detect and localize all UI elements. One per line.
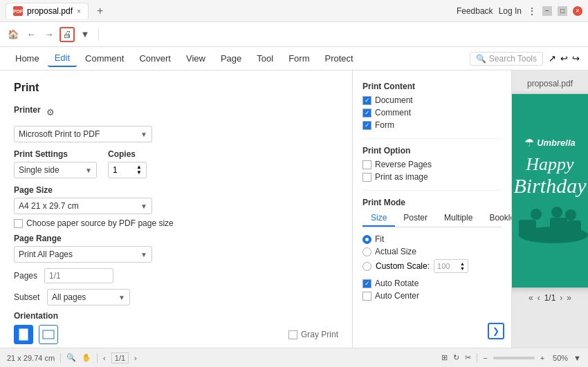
zoom-level: 50%	[553, 354, 568, 362]
print-option-section: Print Option Reverse Pages Print as imag…	[362, 146, 502, 182]
hand-tool-icon[interactable]: ✋	[82, 353, 91, 362]
custom-scale-row: Custom Scale: 100 ▲ ▼	[362, 259, 502, 273]
form-checkbox[interactable]	[362, 121, 371, 130]
svg-point-4	[565, 209, 576, 220]
mode-tab-booklet[interactable]: Booklet	[481, 210, 512, 227]
gear-icon[interactable]: ⚙	[46, 107, 55, 117]
page-size-select[interactable]: A4 21 x 29.7 cm ▼	[14, 198, 152, 214]
menu-view[interactable]: View	[179, 50, 212, 66]
search-tools-box[interactable]: 🔍 Search Tools	[470, 52, 543, 66]
auto-center-checkbox[interactable]	[362, 292, 371, 301]
menu-form[interactable]: Form	[282, 50, 316, 66]
document-label: Document	[375, 95, 413, 105]
print-as-image-label: Print as image	[375, 172, 428, 182]
svg-rect-1	[43, 330, 54, 339]
crop-icon[interactable]: ✂	[465, 353, 471, 362]
svg-rect-7	[550, 218, 567, 237]
custom-scale-radio[interactable]	[362, 262, 371, 271]
tab-close-button[interactable]: ×	[77, 8, 81, 15]
scale-down[interactable]: ▼	[460, 266, 465, 271]
menu-tool[interactable]: Tool	[250, 50, 280, 66]
scale-input-box[interactable]: 100 ▲ ▼	[434, 259, 468, 273]
forward-icon[interactable]: →	[42, 27, 57, 42]
print-settings-label: Print Settings	[14, 149, 97, 159]
scale-value: 100	[437, 262, 450, 270]
next-page-button[interactable]: ›	[560, 293, 562, 303]
reverse-pages-checkbox[interactable]	[362, 160, 371, 169]
last-page-button[interactable]: »	[567, 293, 571, 303]
menu-convert[interactable]: Convert	[132, 50, 178, 66]
back-icon[interactable]: ←	[24, 27, 39, 42]
zoom-slider[interactable]	[493, 357, 535, 359]
home-icon[interactable]: 🏠	[6, 27, 21, 42]
subset-label: Subset	[14, 292, 42, 302]
fit-radio[interactable]	[362, 235, 371, 244]
menu-edit[interactable]: Edit	[48, 50, 77, 67]
divider1	[362, 138, 502, 139]
status-sep1	[60, 353, 61, 363]
printer-select-row: Microsoft Print to PDF ▼	[14, 126, 338, 142]
prev-page-button[interactable]: ‹	[538, 293, 540, 303]
external-link-icon[interactable]: ↗	[549, 53, 556, 64]
nav-toggle-button[interactable]: ❯	[488, 323, 504, 339]
document-checkbox[interactable]	[362, 96, 371, 105]
copies-input[interactable]: 1 ▲ ▼	[108, 162, 147, 178]
page-range-select[interactable]: Print All Pages ▼	[14, 246, 152, 263]
paper-source-checkbox[interactable]	[14, 219, 23, 228]
close-button[interactable]: ×	[573, 6, 582, 16]
print-dialog: Print Printer ⚙ Microsoft Print to PDF ▼…	[0, 70, 353, 348]
actual-size-row: Actual Size	[362, 247, 502, 256]
menu-home[interactable]: Home	[8, 50, 46, 66]
maximize-button[interactable]: □	[558, 6, 567, 16]
preview-nav: « ‹ 1/1 › »	[529, 293, 571, 303]
forward-nav-icon[interactable]: ↪	[572, 53, 580, 64]
rotate-icon[interactable]: ↻	[453, 353, 459, 362]
title-bar-left: PDF proposal.pdf × +	[6, 3, 107, 19]
scale-up[interactable]: ▲	[460, 261, 465, 266]
printer-row: Printer ⚙	[14, 105, 338, 119]
print-settings-select[interactable]: Single side ▼	[14, 162, 97, 178]
mode-tab-poster[interactable]: Poster	[395, 210, 436, 227]
menu-comment[interactable]: Comment	[78, 50, 131, 66]
minimize-button[interactable]: −	[542, 6, 552, 16]
copies-label: Copies	[108, 149, 147, 159]
print-icon[interactable]: 🖨	[59, 27, 75, 42]
menu-dots[interactable]: ⋮	[527, 6, 537, 17]
fit-icon[interactable]: ⊞	[441, 353, 448, 362]
gray-print-checkbox[interactable]	[288, 330, 297, 339]
mode-tab-size[interactable]: Size	[362, 210, 395, 227]
form-label: Form	[375, 120, 394, 130]
prev-page-status[interactable]: ‹	[103, 354, 106, 362]
umbrella-logo: ☂ Umbrella	[524, 136, 576, 149]
printer-select[interactable]: Microsoft Print to PDF ▼	[14, 126, 152, 142]
fit-label: Fit	[375, 234, 384, 244]
first-page-button[interactable]: «	[529, 293, 533, 303]
feedback-link[interactable]: Feedback	[457, 6, 493, 16]
settings-value: Single side	[19, 165, 59, 175]
menu-protect[interactable]: Protect	[318, 50, 360, 66]
document-tab[interactable]: PDF proposal.pdf ×	[6, 3, 89, 19]
pages-input[interactable]	[44, 268, 113, 283]
comment-label: Comment	[375, 108, 411, 117]
dropdown-icon[interactable]: ▼	[77, 27, 93, 42]
new-tab-button[interactable]: +	[93, 3, 107, 19]
actual-size-radio[interactable]	[362, 247, 371, 256]
zoom-dropdown[interactable]: ▼	[573, 354, 581, 362]
landscape-button[interactable]	[39, 325, 58, 344]
next-page-status[interactable]: ›	[134, 354, 137, 362]
back-nav-icon[interactable]: ↩	[560, 53, 568, 64]
form-check-row: Form	[362, 120, 502, 130]
auto-rotate-checkbox[interactable]	[362, 279, 371, 288]
copies-down[interactable]: ▼	[136, 170, 142, 176]
print-as-image-checkbox[interactable]	[362, 173, 371, 182]
happy-birthday-text: Happy Birthday	[514, 155, 587, 198]
page-input-status[interactable]: 1/1	[111, 352, 129, 364]
login-link[interactable]: Log In	[499, 6, 522, 16]
zoom-out-icon[interactable]: 🔍	[66, 353, 76, 362]
mode-tab-multiple[interactable]: Multiple	[436, 210, 481, 227]
menu-page[interactable]: Page	[214, 50, 248, 66]
comment-checkbox[interactable]	[362, 109, 371, 117]
portrait-button[interactable]	[14, 325, 33, 344]
scale-spinners: ▲ ▼	[460, 261, 465, 271]
subset-select[interactable]: All pages ▼	[47, 289, 130, 305]
